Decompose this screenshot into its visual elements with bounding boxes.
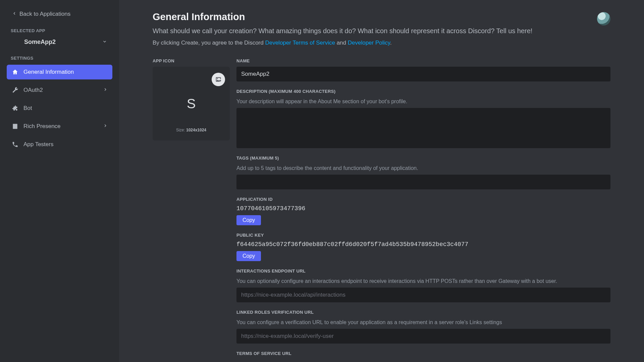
selected-app-header: Selected App [7, 26, 112, 34]
add-image-icon [212, 73, 225, 86]
sidebar: Back to Applications Selected App SomeAp… [0, 0, 119, 362]
tos-suffix: . [390, 40, 392, 46]
chevron-right-icon [103, 87, 108, 94]
app-icon-size-value: 1024x1024 [186, 128, 206, 132]
description-input[interactable] [236, 108, 610, 148]
application-id-label: Application ID [236, 197, 610, 202]
sidebar-item-label: OAuth2 [23, 87, 43, 94]
tags-label: Tags (maximum 5) [236, 156, 610, 161]
tags-helper: Add up to 5 tags to describe the content… [236, 165, 610, 171]
main-panel: General Information What should we call … [119, 0, 644, 362]
linked-roles-input[interactable] [236, 329, 610, 344]
sidebar-item-label: General Information [23, 69, 74, 75]
linked-roles-label: Linked Roles Verification URL [236, 310, 610, 315]
tags-input[interactable] [236, 175, 610, 189]
sidebar-item-app-testers[interactable]: App Testers [7, 137, 112, 152]
interactions-endpoint-input[interactable] [236, 288, 610, 302]
page-subtitle: What should we call your creation? What … [153, 27, 597, 35]
settings-header: Settings [7, 54, 112, 61]
document-icon [11, 123, 19, 130]
developer-tos-link[interactable]: Developer Terms of Service [265, 40, 335, 46]
interactions-helper: You can optionally configure an interact… [236, 278, 610, 284]
user-avatar[interactable] [597, 12, 610, 25]
chevron-right-icon [103, 123, 108, 130]
developer-policy-link[interactable]: Developer Policy [348, 40, 390, 46]
description-helper: Your description will appear in the Abou… [236, 99, 610, 105]
public-key-label: Public Key [236, 233, 610, 238]
description-label: Description (maximum 400 characters) [236, 89, 610, 94]
sidebar-item-bot[interactable]: Bot [7, 101, 112, 116]
name-input[interactable] [236, 67, 610, 81]
sidebar-item-label: Rich Presence [23, 123, 61, 130]
tos-url-label: Terms of Service URL [236, 351, 610, 356]
app-icon-uploader[interactable]: S Size: 1024x1024 [153, 67, 230, 140]
tos-prefix: By clicking Create, you agree to the Dis… [153, 40, 265, 46]
home-icon [11, 69, 19, 75]
selected-app-name: SomeApp2 [24, 39, 56, 46]
sidebar-item-oauth2[interactable]: OAuth2 [7, 83, 112, 98]
public-key-value: f644625a95c072f36fd0eb887c02ffd6d020f5f7… [236, 241, 610, 248]
arrow-left-icon [12, 11, 17, 17]
tos-line: By clicking Create, you agree to the Dis… [153, 40, 597, 46]
app-selector-dropdown[interactable]: SomeApp2 [7, 35, 112, 52]
interactions-endpoint-label: Interactions Endpoint URL [236, 268, 610, 274]
name-label: Name [236, 58, 610, 63]
people-icon [11, 141, 19, 148]
sidebar-item-label: Bot [23, 105, 32, 112]
back-label: Back to Applications [19, 11, 70, 17]
sidebar-item-general-information[interactable]: General Information [7, 65, 112, 79]
sidebar-item-label: App Testers [23, 141, 53, 148]
tos-mid: and [335, 40, 348, 46]
sidebar-item-rich-presence[interactable]: Rich Presence [7, 119, 112, 134]
wrench-icon [11, 87, 19, 94]
app-icon-size-prefix: Size: [176, 128, 185, 132]
application-id-value: 1077046105973477396 [236, 205, 610, 212]
app-icon-label: App Icon [153, 58, 230, 63]
back-to-applications-link[interactable]: Back to Applications [8, 8, 112, 20]
copy-application-id-button[interactable]: Copy [236, 215, 261, 225]
copy-public-key-button[interactable]: Copy [236, 251, 261, 261]
app-icon-letter: S [187, 96, 196, 111]
chevron-down-icon [102, 39, 107, 46]
page-title: General Information [153, 11, 597, 22]
puzzle-icon [11, 105, 19, 112]
app-icon-size: Size: 1024x1024 [176, 128, 206, 132]
linked-roles-helper: You can configure a verification URL to … [236, 319, 610, 325]
